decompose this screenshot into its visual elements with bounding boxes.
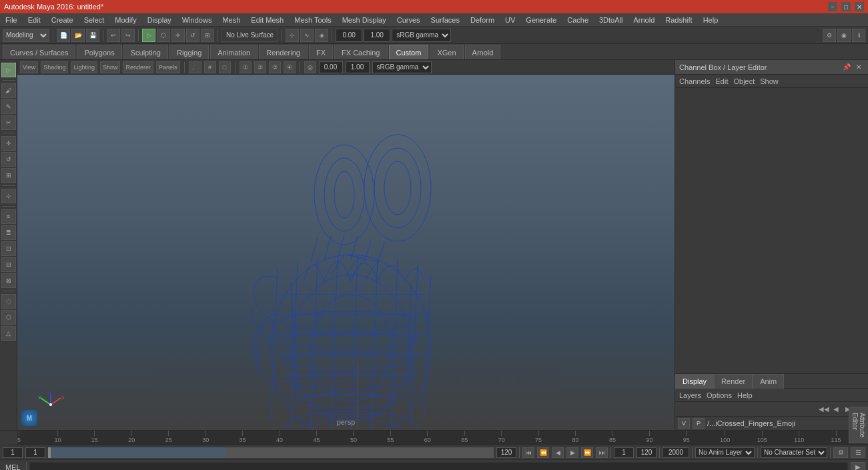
menu-item-3dtoall[interactable]: 3DtoAll <box>596 13 625 26</box>
vp-menu-view[interactable]: View <box>20 61 38 73</box>
cut-tool[interactable]: ✂ <box>1 115 16 130</box>
vp-shading-3[interactable]: ③ <box>269 61 281 73</box>
save-file-button[interactable]: 💾 <box>86 29 99 42</box>
frame-current-input[interactable] <box>25 447 45 458</box>
layer-tool-3[interactable]: ⊡ <box>1 241 16 256</box>
goto-start-button[interactable]: ⏮ <box>522 447 534 458</box>
menu-item-mesh-display[interactable]: Mesh Display <box>340 13 389 26</box>
render-tab[interactable]: Render <box>714 374 753 389</box>
vp-shading-4[interactable]: ④ <box>284 61 296 73</box>
tab-custom[interactable]: Custom <box>389 45 429 59</box>
timeline-track[interactable]: 5101520253035404550556065707580859095100… <box>17 431 868 445</box>
viewport-canvas[interactable]: M X Y Z persp <box>17 75 675 430</box>
tab-fx[interactable]: FX <box>309 45 333 59</box>
layer-icon-1[interactable]: ◀◀ <box>819 404 829 415</box>
maximize-button[interactable]: □ <box>841 2 851 11</box>
menu-item-curves[interactable]: Curves <box>394 13 423 26</box>
layer-tool-5[interactable]: ⊠ <box>1 273 16 288</box>
move-left-tool[interactable]: ✛ <box>1 136 16 151</box>
menu-item-edit-mesh[interactable]: Edit Mesh <box>248 13 286 26</box>
tab-xgen[interactable]: XGen <box>430 45 463 59</box>
options-item[interactable]: Options <box>707 391 732 399</box>
extra-button[interactable]: ☰ <box>851 447 865 458</box>
menu-item-deform[interactable]: Deform <box>468 13 497 26</box>
vp-menu-panels[interactable]: Panels <box>156 61 180 73</box>
tab-arnold[interactable]: Arnold <box>465 45 501 59</box>
vp-menu-lighting[interactable]: Lighting <box>71 61 97 73</box>
menu-item-edit[interactable]: Edit <box>25 13 43 26</box>
menu-item-mesh-tools[interactable]: Mesh Tools <box>292 13 334 26</box>
anim-layer-selector[interactable]: No Anim Layer <box>695 447 755 458</box>
tab-polygons[interactable]: Polygons <box>77 45 121 59</box>
redo-button[interactable]: ↪ <box>121 29 135 42</box>
vp-shading-2[interactable]: ② <box>254 61 266 73</box>
color-profile-selector[interactable]: sRGB gamma <box>392 29 451 42</box>
step-back-button[interactable]: ⏪ <box>537 447 549 458</box>
frame-end-input[interactable] <box>496 447 516 458</box>
layer-tool-4[interactable]: ⊟ <box>1 257 16 272</box>
snap-curve-button[interactable]: ∿ <box>300 29 314 42</box>
mel-input-area[interactable] <box>29 462 848 471</box>
prefs-button[interactable]: ⚙ <box>833 447 848 458</box>
layer-tool-2[interactable]: ≣ <box>1 225 16 240</box>
mel-run-button[interactable]: ▶ <box>851 462 865 471</box>
playback-range-bar[interactable] <box>48 447 494 458</box>
anim-tab[interactable]: Anim <box>753 374 784 389</box>
tab-rigging[interactable]: Rigging <box>169 45 209 59</box>
menu-item-create[interactable]: Create <box>49 13 76 26</box>
vp-wireframe-btn[interactable]: □ <box>219 61 231 73</box>
menu-item-cache[interactable]: Cache <box>564 13 591 26</box>
misc-tool-2[interactable]: ⬡ <box>1 310 16 325</box>
attribute-editor-side-tab[interactable]: Attribute Editor <box>849 407 868 443</box>
menu-item-select[interactable]: Select <box>81 13 107 26</box>
select-tool-button[interactable]: ▷ <box>142 29 155 42</box>
mode-selector[interactable]: Modeling <box>3 29 49 42</box>
minimize-button[interactable]: − <box>828 2 837 11</box>
lasso-tool-button[interactable]: ⬡ <box>157 29 170 42</box>
snap-surface-button[interactable]: ◈ <box>315 29 328 42</box>
display-settings-button[interactable]: ◉ <box>837 29 851 42</box>
snap-grid-button[interactable]: ⊹ <box>286 29 299 42</box>
menu-item-arnold[interactable]: Arnold <box>630 13 657 26</box>
layers-item[interactable]: Layers <box>679 391 701 399</box>
render-settings-button[interactable]: ⚙ <box>823 29 836 42</box>
menu-item-windows[interactable]: Windows <box>179 13 215 26</box>
menu-item-generate[interactable]: Generate <box>523 13 559 26</box>
goto-end-button[interactable]: ⏭ <box>596 447 608 458</box>
menu-item-surfaces[interactable]: Surfaces <box>428 13 462 26</box>
sculpt-tool[interactable]: ✎ <box>1 99 16 114</box>
move-tool-button[interactable]: ✛ <box>171 29 185 42</box>
field-value-2[interactable] <box>364 29 390 42</box>
cb-object[interactable]: Object <box>733 77 755 85</box>
layer-v-button[interactable]: V <box>678 418 690 429</box>
rotate-tool-button[interactable]: ↺ <box>186 29 199 42</box>
frame-start-input[interactable] <box>3 447 23 458</box>
cb-channels[interactable]: Channels <box>679 77 710 85</box>
info-button[interactable]: ℹ <box>852 29 865 42</box>
vp-menu-renderer[interactable]: Renderer <box>123 61 153 73</box>
layer-icon-2[interactable]: ◀ <box>831 404 841 415</box>
display-tab[interactable]: Display <box>675 374 714 389</box>
misc-tool-3[interactable]: △ <box>1 326 16 341</box>
menu-item-mesh[interactable]: Mesh <box>220 13 243 26</box>
vp-color-profile[interactable]: sRGB gamma <box>372 61 432 73</box>
tab-rendering[interactable]: Rendering <box>259 45 308 59</box>
tab-sculpting[interactable]: Sculpting <box>123 45 168 59</box>
menu-item-radshift[interactable]: Radshift <box>663 13 695 26</box>
vp-isolate-btn[interactable]: ◎ <box>304 61 316 73</box>
vp-menu-show[interactable]: Show <box>100 61 121 73</box>
menu-item-help[interactable]: Help <box>701 13 721 26</box>
close-button[interactable]: ✕ <box>855 2 864 11</box>
layer-p-button[interactable]: P <box>693 418 705 429</box>
paint-tool[interactable]: 🖌 <box>1 83 16 98</box>
undo-button[interactable]: ↩ <box>107 29 120 42</box>
cb-show[interactable]: Show <box>760 77 779 85</box>
range-start-input[interactable] <box>614 447 634 458</box>
tab-animation[interactable]: Animation <box>210 45 258 59</box>
play-forward-button[interactable]: ▶ <box>566 447 578 458</box>
menu-item-display[interactable]: Display <box>145 13 174 26</box>
play-back-button[interactable]: ◀ <box>552 447 564 458</box>
right-panel-pin-button[interactable]: 📌 <box>841 62 852 73</box>
tab-curves---surfaces[interactable]: Curves / Surfaces <box>3 45 75 59</box>
snap-tool[interactable]: ⊹ <box>1 189 16 203</box>
